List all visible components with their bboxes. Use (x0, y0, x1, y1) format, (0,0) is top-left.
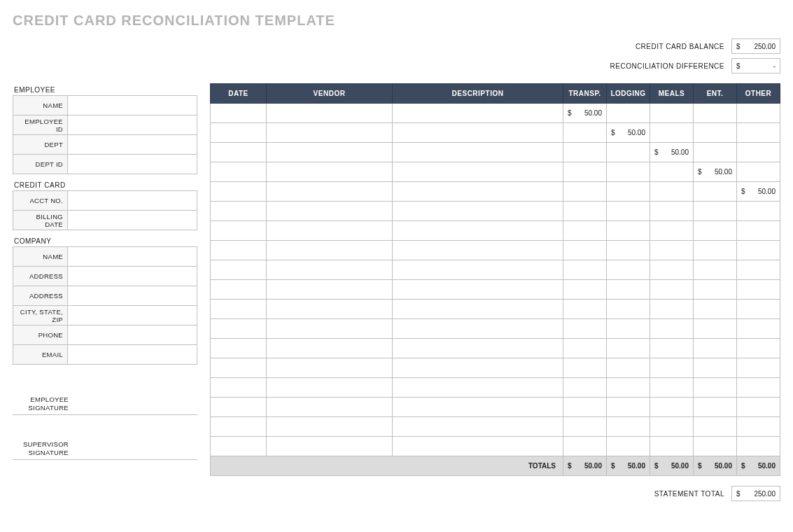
grid-cell[interactable] (393, 319, 563, 339)
grid-cell-meals[interactable] (650, 358, 694, 378)
grid-cell-lodging[interactable] (607, 300, 650, 319)
grid-cell-ent[interactable] (694, 280, 737, 300)
grid-cell-ent[interactable] (694, 437, 737, 456)
grid-cell-other[interactable] (737, 221, 780, 241)
grid-cell[interactable] (267, 280, 393, 300)
grid-cell[interactable] (211, 437, 267, 456)
grid-cell[interactable] (211, 300, 267, 319)
grid-cell[interactable] (267, 260, 393, 280)
grid-cell-meals[interactable] (650, 241, 694, 260)
grid-cell-other[interactable] (737, 280, 780, 300)
grid-cell[interactable] (267, 417, 393, 437)
grid-cell-ent[interactable] (694, 339, 737, 358)
grid-cell-meals[interactable] (650, 280, 694, 300)
grid-cell[interactable] (211, 339, 267, 358)
grid-cell[interactable] (267, 437, 393, 456)
grid-cell[interactable] (211, 182, 267, 202)
grid-cell-ent[interactable] (694, 358, 737, 378)
grid-cell[interactable] (267, 202, 393, 221)
grid-cell-meals[interactable] (650, 378, 694, 398)
grid-cell-other[interactable] (737, 241, 780, 260)
balance-value-box[interactable]: $ 250.00 (731, 38, 780, 54)
grid-cell-transp[interactable] (563, 398, 607, 417)
grid-cell-lodging[interactable] (607, 339, 650, 358)
grid-cell[interactable] (393, 260, 563, 280)
grid-cell[interactable] (267, 143, 393, 162)
grid-cell-lodging[interactable] (607, 162, 650, 182)
grid-cell[interactable] (211, 260, 267, 280)
grid-cell-lodging[interactable]: $50.00 (607, 123, 650, 143)
grid-cell-transp[interactable] (563, 358, 607, 378)
grid-cell-ent[interactable] (694, 319, 737, 339)
grid-cell-other[interactable] (737, 104, 780, 123)
grid-cell-ent[interactable] (694, 417, 737, 437)
grid-cell-lodging[interactable] (607, 182, 650, 202)
employee-field-input[interactable] (68, 155, 197, 174)
grid-cell[interactable] (267, 398, 393, 417)
grid-cell[interactable] (211, 398, 267, 417)
grid-cell[interactable] (211, 123, 267, 143)
grid-cell-ent[interactable] (694, 104, 737, 123)
grid-cell-other[interactable] (737, 339, 780, 358)
grid-cell-other[interactable] (737, 437, 780, 456)
grid-cell[interactable] (393, 143, 563, 162)
grid-cell-meals[interactable] (650, 221, 694, 241)
employee-field-input[interactable] (68, 96, 197, 115)
grid-cell-ent[interactable] (694, 123, 737, 143)
grid-cell-ent[interactable] (694, 260, 737, 280)
diff-value-box[interactable]: $ - (731, 58, 780, 74)
grid-cell-meals[interactable] (650, 162, 694, 182)
grid-cell-meals[interactable] (650, 437, 694, 456)
grid-cell-meals[interactable] (650, 339, 694, 358)
grid-cell[interactable] (393, 358, 563, 378)
grid-cell-other[interactable] (737, 260, 780, 280)
grid-cell-meals[interactable] (650, 260, 694, 280)
grid-cell-transp[interactable] (563, 417, 607, 437)
grid-cell-other[interactable] (737, 417, 780, 437)
grid-cell[interactable] (211, 202, 267, 221)
company-field-input[interactable] (68, 247, 197, 267)
grid-cell[interactable] (267, 358, 393, 378)
grid-cell[interactable] (393, 162, 563, 182)
grid-cell-ent[interactable] (694, 241, 737, 260)
grid-cell-other[interactable] (737, 300, 780, 319)
grid-cell-ent[interactable] (694, 182, 737, 202)
grid-cell[interactable] (267, 300, 393, 319)
grid-cell-meals[interactable] (650, 123, 694, 143)
grid-cell-lodging[interactable] (607, 143, 650, 162)
grid-cell[interactable] (393, 280, 563, 300)
grid-cell-lodging[interactable] (607, 202, 650, 221)
grid-cell[interactable] (267, 104, 393, 123)
grid-cell-transp[interactable] (563, 241, 607, 260)
grid-cell-ent[interactable] (694, 202, 737, 221)
grid-cell-meals[interactable] (650, 300, 694, 319)
grid-cell[interactable] (393, 123, 563, 143)
grid-cell[interactable] (211, 162, 267, 182)
grid-cell-other[interactable] (737, 358, 780, 378)
grid-cell[interactable] (267, 162, 393, 182)
company-field-input[interactable] (68, 345, 197, 365)
stmt-total-box[interactable]: $ 250.00 (731, 486, 780, 501)
grid-cell-lodging[interactable] (607, 260, 650, 280)
grid-cell[interactable] (267, 123, 393, 143)
grid-cell[interactable] (393, 241, 563, 260)
grid-cell-meals[interactable] (650, 202, 694, 221)
grid-cell[interactable] (211, 417, 267, 437)
grid-cell-lodging[interactable] (607, 280, 650, 300)
grid-cell-transp[interactable] (563, 300, 607, 319)
grid-cell-transp[interactable] (563, 280, 607, 300)
employee-signature-line[interactable]: EMPLOYEE SIGNATURE (13, 384, 197, 415)
grid-cell[interactable] (211, 241, 267, 260)
employee-field-input[interactable] (68, 115, 197, 135)
grid-cell[interactable] (393, 339, 563, 358)
card-field-input[interactable] (68, 211, 197, 230)
grid-cell-lodging[interactable] (607, 437, 650, 456)
grid-cell[interactable] (267, 221, 393, 241)
grid-cell-transp[interactable] (563, 123, 607, 143)
grid-cell-other[interactable] (737, 162, 780, 182)
grid-cell-transp[interactable]: $50.00 (563, 104, 607, 123)
grid-cell-ent[interactable] (694, 143, 737, 162)
company-field-input[interactable] (68, 306, 197, 326)
grid-cell[interactable] (211, 143, 267, 162)
grid-cell-other[interactable]: $50.00 (737, 182, 780, 202)
